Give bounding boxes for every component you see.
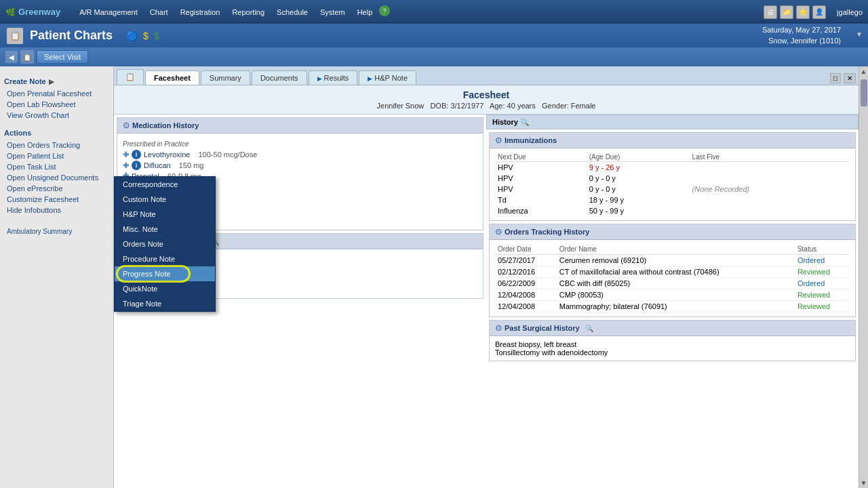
star-icon[interactable]: ⭐ — [796, 5, 810, 19]
patient-name: Jennifer Snow — [377, 102, 425, 110]
imm-name-3: Td — [495, 195, 587, 205]
nav-system[interactable]: System — [315, 5, 351, 19]
history-search-icon[interactable]: 🔍 — [521, 119, 529, 126]
imm-none-recorded: (None Recorded) — [690, 162, 850, 217]
flag-icon-blue[interactable]: 🔵 — [126, 30, 138, 41]
tab-documents[interactable]: Documents — [252, 70, 307, 85]
select-visit-button[interactable]: Select Visit — [37, 50, 88, 64]
dollar-icon-1[interactable]: $ — [143, 30, 149, 41]
psh-search[interactable]: 🔍 — [585, 325, 593, 332]
sidebar-link-eprescribe[interactable]: Open ePrescribe — [4, 183, 109, 194]
scroll-down-arrow[interactable]: ▼ — [859, 478, 868, 488]
ambulatory-summary-area: Ambulatory Summary — [4, 226, 109, 237]
dropdown-misc-note[interactable]: Misc. Note — [115, 222, 215, 237]
sidebar-link-infobuttons[interactable]: Hide Infobuttons — [4, 205, 109, 216]
orders-date-3: 12/04/2008 — [495, 289, 557, 301]
info-icon[interactable]: i — [132, 150, 141, 159]
logo-area[interactable]: 🌿 Greenway — [5, 7, 60, 17]
orders-header: ⊙ Orders Tracking History — [490, 224, 855, 240]
dropdown-progress-note[interactable]: Progress Note — [115, 266, 215, 281]
info-icon[interactable]: i — [132, 161, 141, 170]
facesheet-content[interactable]: Facesheet Jennifer Snow DOB: 3/12/1977 A… — [114, 85, 859, 488]
sidebar-link-growth-chart[interactable]: View Growth Chart — [4, 110, 109, 121]
dollar-icon-2[interactable]: $ — [154, 30, 159, 41]
dropdown-orders-note[interactable]: Orders Note — [115, 237, 215, 251]
patient-dropdown-btn[interactable]: ▼ — [856, 29, 863, 39]
facesheet-title: Facesheet — [118, 89, 854, 100]
tab-results[interactable]: ▶ Results — [309, 70, 358, 85]
imm-name-1: HPV — [495, 173, 587, 184]
nav-schedule[interactable]: Schedule — [271, 5, 313, 19]
dropdown-quicknote[interactable]: QuickNote — [115, 281, 215, 296]
nav-ar-management[interactable]: A/R Management — [74, 5, 143, 19]
med-add-0[interactable]: ✚ — [123, 150, 129, 159]
psh-icon: ⊙ — [495, 323, 502, 333]
scroll-thumb[interactable] — [861, 79, 867, 106]
scrollbar[interactable]: ▲ ▼ — [859, 66, 868, 488]
back-icon[interactable]: ◀ — [5, 51, 18, 63]
create-note-section[interactable]: Create Note ▶ — [4, 77, 109, 85]
med-title: Medication History — [132, 121, 199, 129]
current-date: Saturday, May 27, 2017 — [762, 25, 841, 35]
dropdown-procedure-note[interactable]: Procedure Note — [115, 251, 215, 266]
orders-name-3: CMP (80053) — [557, 289, 795, 301]
create-note-dropdown[interactable]: Correspondence Custom Note H&P Note Misc… — [114, 176, 216, 312]
results-arrow-icon: ▶ — [317, 75, 322, 82]
nav-reporting[interactable]: Reporting — [226, 5, 270, 19]
sidebar-link-customize[interactable]: Customize Facesheet — [4, 194, 109, 205]
print-icon[interactable]: 🖨 — [764, 5, 777, 19]
folder-icon[interactable]: 📁 — [780, 5, 793, 19]
patient-header: Facesheet Jennifer Snow DOB: 3/12/1977 A… — [114, 85, 859, 115]
dropdown-custom-note[interactable]: Custom Note — [115, 192, 215, 207]
person-icon[interactable]: 👤 — [812, 5, 826, 19]
med-name: Levothyroxine — [144, 150, 191, 159]
imm-due-4: 50 y - 99 y — [587, 205, 690, 216]
immunizations-panel: ⊙ Immunizations Next Due (Age Due) Last … — [489, 132, 856, 221]
tab-hp-note[interactable]: ▶ H&P Note — [359, 70, 416, 85]
top-navigation-bar: 🌿 Greenway A/R Management Chart Registra… — [0, 0, 868, 24]
app-icon: 📋 — [7, 28, 23, 44]
dropdown-arrow-icon: ▼ — [856, 30, 863, 38]
close-btn[interactable]: ✕ — [844, 73, 856, 83]
nav-help-icon[interactable]: ? — [379, 5, 390, 16]
dropdown-triage-note[interactable]: Triage Note — [115, 296, 215, 311]
tab-facesheet[interactable]: Facesheet — [145, 70, 199, 85]
logo-icon: 🌿 — [5, 7, 16, 17]
psh-item-0: Breast biopsy, left breast — [495, 340, 850, 348]
create-note-label: Create Note — [4, 77, 46, 85]
orders-date-2: 06/22/2009 — [495, 278, 557, 289]
tab-summary[interactable]: Summary — [201, 70, 250, 85]
sidebar-link-patient-list[interactable]: Open Patient List — [4, 150, 109, 161]
imm-th-last-five: Last Five — [690, 152, 850, 162]
sidebar-link-lab[interactable]: Open Lab Flowsheet — [4, 99, 109, 110]
imm-name-0: HPV — [495, 162, 587, 174]
gender-value: Female — [571, 102, 596, 110]
nav-help[interactable]: Help — [352, 5, 378, 19]
sidebar-link-task-list[interactable]: Open Task List — [4, 161, 109, 172]
sidebar-link-ambulatory[interactable]: Ambulatory Summary — [4, 226, 109, 237]
tab-facesheet-label: Facesheet — [154, 74, 191, 82]
med-add-1[interactable]: ✚ — [123, 161, 129, 170]
main-grid: ⊙ Medication History Prescribed in Pract… — [114, 115, 859, 488]
current-patient: Snow, Jennifer (1010) — [762, 36, 841, 46]
nav-chart[interactable]: Chart — [144, 5, 174, 19]
orders-status-2: Ordered — [795, 278, 850, 289]
orders-body: Order Date Order Name Status 05/27/2017 … — [490, 240, 855, 317]
orders-date-1: 02/12/2016 — [495, 266, 557, 278]
sidebar-link-unsigned-docs[interactable]: Open Unsigned Documents — [4, 172, 109, 183]
tab-facesheet-icon[interactable]: 📋 — [117, 69, 144, 85]
nav-registration[interactable]: Registration — [175, 5, 226, 19]
dropdown-correspondence[interactable]: Correspondence — [115, 177, 215, 192]
imm-name-4: Influenza — [495, 205, 587, 216]
facesheet-icon[interactable]: 📋 — [20, 50, 34, 64]
sidebar-link-orders[interactable]: Open Orders Tracking — [4, 140, 109, 150]
scroll-up-arrow[interactable]: ▲ — [859, 66, 868, 77]
in-practice-label: Prescribed in Practice — [123, 140, 477, 148]
sidebar: Create Note ▶ Open Prenatal Facesheet Op… — [0, 66, 114, 488]
sidebar-link-prenatal[interactable]: Open Prenatal Facesheet — [4, 88, 109, 99]
imm-due-2: 0 y - 0 y — [587, 184, 690, 195]
toolbar-icons: 🖨 📁 ⭐ 👤 — [764, 5, 826, 19]
dropdown-hp-note[interactable]: H&P Note — [115, 207, 215, 222]
window-btn[interactable]: □ — [830, 73, 841, 83]
tabs-bar: 📋 Facesheet Summary Documents ▶ Results … — [114, 66, 859, 85]
